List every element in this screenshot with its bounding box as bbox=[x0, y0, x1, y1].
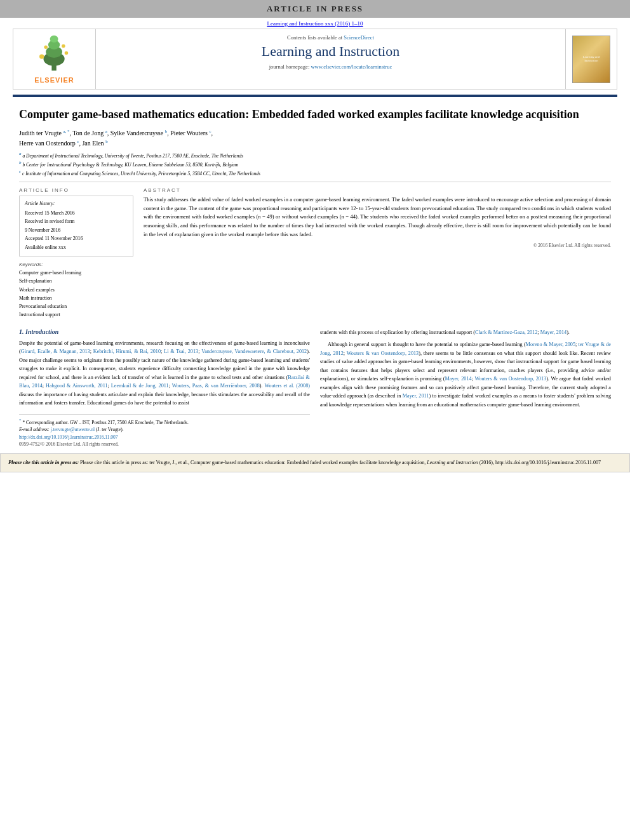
journal-cover-thumbnail: Learning andInstruction bbox=[572, 36, 610, 83]
ref-mayer2014b[interactable]: Mayer, 2014 bbox=[445, 376, 471, 382]
info-abstract-section: ARTICLE INFO Article history: Received 1… bbox=[19, 187, 611, 319]
ref-wouters2013[interactable]: Wouters & van Oostendorp, 2013 bbox=[347, 350, 419, 356]
article-info-box: Article history: Received 15 March 2016 … bbox=[19, 196, 133, 257]
ref-mayer2014a[interactable]: Mayer, 2014 bbox=[540, 330, 567, 335]
svg-point-8 bbox=[62, 44, 65, 48]
svg-point-7 bbox=[44, 46, 48, 50]
journal-header: ELSEVIER Contents lists available at Sci… bbox=[13, 29, 617, 90]
intro-left-col: 1. Introduction Despite the potential of… bbox=[19, 328, 310, 447]
available-online: Available online xxx bbox=[25, 244, 128, 251]
intro-right-para-2: Although in general support is thought t… bbox=[320, 340, 611, 409]
authors-line: Judith ter Vrugte a, *, Ton de Jong a, S… bbox=[19, 128, 611, 148]
sciencedirect-link[interactable]: ScienceDirect bbox=[344, 34, 374, 41]
ref-li[interactable]: Li & Tsai, 2013 bbox=[164, 349, 198, 354]
article-title: Computer game-based mathematics educatio… bbox=[19, 107, 611, 122]
intro-right-para-1: students with this process of explicatio… bbox=[320, 328, 611, 337]
homepage-line: journal homepage: www.elsevier.com/locat… bbox=[102, 63, 559, 70]
ref-leemkuil[interactable]: Leemkuil & de Jong, 2011 bbox=[111, 383, 169, 389]
content-separator bbox=[19, 182, 611, 182]
footnote-section: * * Corresponding author. GW – IST, Post… bbox=[19, 414, 310, 447]
intro-right-text: students with this process of explicatio… bbox=[320, 328, 611, 410]
elsevier-logo-section: ELSEVIER bbox=[13, 29, 96, 89]
journal-title: Learning and Instruction bbox=[102, 43, 559, 60]
copyright-line: © 2016 Elsevier Ltd. All rights reserved… bbox=[144, 243, 611, 248]
intro-left-text: Despite the potential of game-based lear… bbox=[19, 339, 310, 408]
keyword-6: Instructional support bbox=[19, 310, 133, 319]
keyword-4: Math instruction bbox=[19, 294, 133, 302]
received-revised-label: Received in revised form bbox=[25, 218, 128, 225]
ref-girard[interactable]: Girard, Ecalle, & Magnan, 2013 bbox=[21, 349, 90, 354]
keyword-2: Self-explanation bbox=[19, 277, 133, 285]
email-link[interactable]: j.tervrugte@utwente.nl bbox=[51, 427, 95, 432]
affiliations: a a Department of Instructional Technolo… bbox=[19, 150, 611, 177]
abstract-column: ABSTRACT This study addresses the added … bbox=[144, 187, 611, 319]
ref-kebritchi[interactable]: Kebritchi, Hirumi, & Bai, 2010 bbox=[93, 349, 161, 354]
ref-wouters-vanoostendorp2013[interactable]: Wouters & van Oostendorp, 2013 bbox=[474, 376, 546, 382]
journal-volume-link[interactable]: Learning and Instruction xxx (2016) 1–10 bbox=[267, 20, 363, 27]
keyword-3: Worked examples bbox=[19, 286, 133, 294]
abstract-text: This study addresses the added value of … bbox=[144, 196, 611, 239]
ref-vandercruysse[interactable]: Vandercruysse, Vandewaetere, & Clarebout… bbox=[201, 349, 307, 354]
svg-point-6 bbox=[64, 51, 68, 55]
introduction-two-col: 1. Introduction Despite the potential of… bbox=[19, 328, 611, 447]
ref-mayer2011[interactable]: Mayer, 2011 bbox=[403, 393, 429, 399]
issn-line: 0959-4752/© 2016 Elsevier Ltd. All right… bbox=[19, 441, 310, 447]
elsevier-tree-logo bbox=[29, 34, 80, 72]
intro-section-title: 1. Introduction bbox=[19, 328, 310, 335]
banner-text: ARTICLE IN PRESS bbox=[267, 4, 363, 13]
elsevier-brand-text: ELSEVIER bbox=[34, 76, 74, 84]
keywords-label: Keywords: bbox=[19, 262, 133, 267]
svg-point-4 bbox=[50, 36, 58, 43]
citation-bar: Please cite this article in press as: Pl… bbox=[0, 453, 630, 472]
article-history-label: Article history: bbox=[25, 200, 128, 208]
keywords-section: Keywords: Computer game-based learning S… bbox=[19, 262, 133, 319]
journal-link-bar: Learning and Instruction xxx (2016) 1–10 bbox=[0, 18, 630, 29]
svg-point-5 bbox=[39, 54, 44, 58]
article-in-press-banner: ARTICLE IN PRESS bbox=[0, 0, 630, 18]
ref-clark[interactable]: Clark & Martinez-Gaza, 2012 bbox=[475, 330, 537, 335]
abstract-paragraph: This study addresses the added value of … bbox=[144, 196, 611, 239]
homepage-link[interactable]: www.elsevier.com/locate/learninstruc bbox=[311, 63, 392, 70]
ref-habgood[interactable]: Habgood & Ainsworth, 2011 bbox=[46, 383, 107, 389]
article-info-column: ARTICLE INFO Article history: Received 1… bbox=[19, 187, 133, 319]
ref-moreno[interactable]: Moreno & Mayer, 2005 bbox=[526, 342, 575, 347]
keywords-list: Computer game-based learning Self-explan… bbox=[19, 269, 133, 319]
received-revised-date: 9 November 2016 bbox=[25, 227, 128, 234]
intro-left-para-1: Despite the potential of game-based lear… bbox=[19, 339, 310, 408]
intro-right-col: students with this process of explicatio… bbox=[320, 328, 611, 447]
ref-wouters-et-al[interactable]: Wouters et al. (2008) bbox=[264, 383, 310, 389]
accepted-date: Accepted 11 November 2016 bbox=[25, 235, 128, 243]
keyword-5: Prevocational education bbox=[19, 302, 133, 310]
journal-title-section: Contents lists available at ScienceDirec… bbox=[96, 29, 566, 89]
doi-link[interactable]: http://dx.doi.org/10.1016/j.learninstruc… bbox=[19, 434, 310, 440]
sciencedirect-line: Contents lists available at ScienceDirec… bbox=[102, 34, 559, 41]
keyword-1: Computer game-based learning bbox=[19, 269, 133, 277]
corresponding-author-note: * * Corresponding author. GW – IST, Post… bbox=[19, 417, 310, 433]
received-date: Received 15 March 2016 bbox=[25, 210, 128, 217]
body-content: 1. Introduction Despite the potential of… bbox=[19, 328, 611, 447]
ref-wouters2008[interactable]: Wouters, Paas, & van Merriënboer, 2008 bbox=[172, 383, 260, 389]
journal-thumbnail-section: Learning andInstruction bbox=[566, 29, 617, 89]
abstract-heading: ABSTRACT bbox=[144, 187, 611, 193]
article-info-heading: ARTICLE INFO bbox=[19, 187, 133, 193]
main-content: Computer game-based mathematics educatio… bbox=[0, 97, 630, 447]
